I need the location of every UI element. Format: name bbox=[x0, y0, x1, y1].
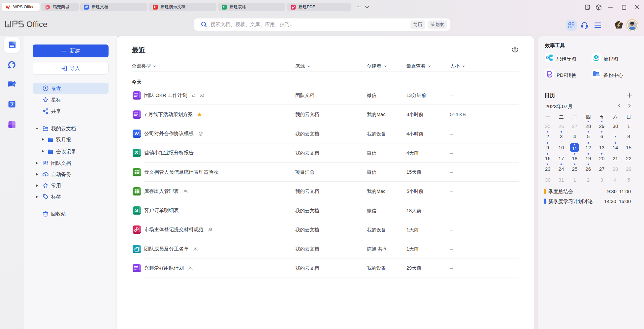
svg-text:S: S bbox=[135, 150, 138, 156]
svg-text:Office: Office bbox=[26, 20, 48, 29]
svg-text:S: S bbox=[135, 208, 138, 213]
svg-text:W: W bbox=[135, 131, 139, 136]
